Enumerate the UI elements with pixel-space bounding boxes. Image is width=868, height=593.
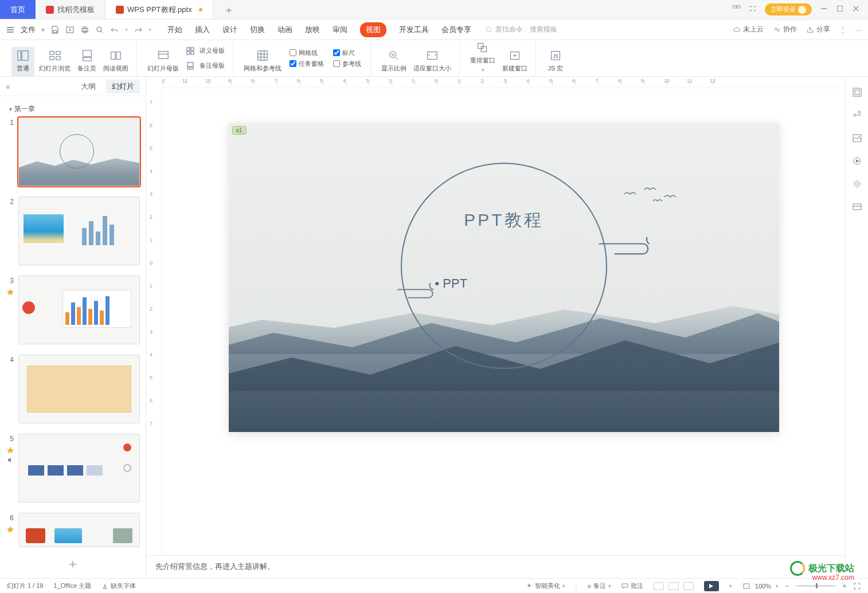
fit-icon[interactable] xyxy=(742,582,750,590)
object-pane-icon[interactable] xyxy=(852,133,862,143)
collab-button[interactable]: 协作 xyxy=(773,25,797,34)
slide-thumb-2[interactable]: 2 xyxy=(6,197,140,265)
export-icon[interactable] xyxy=(65,25,75,34)
fullscreen-icon[interactable] xyxy=(853,582,861,590)
comment-flag[interactable]: a1 xyxy=(232,126,247,135)
undo-icon[interactable] xyxy=(110,25,119,34)
panel-tab-slides[interactable]: 幻灯片 xyxy=(106,80,140,93)
beautify-button[interactable]: 智能美化▾ xyxy=(526,582,565,590)
redo-icon[interactable] xyxy=(134,25,143,34)
slide-title[interactable]: PPT教程 xyxy=(229,209,779,232)
menu-design[interactable]: 设计 xyxy=(222,25,237,35)
js-macro-icon: JS xyxy=(549,49,562,62)
font-warning-icon xyxy=(101,583,108,590)
zoom-in-button[interactable]: ＋ xyxy=(840,581,849,591)
template-pane-icon[interactable] xyxy=(852,202,862,212)
view-sorter-small-button[interactable] xyxy=(668,582,679,590)
cloud-status[interactable]: 未上云 xyxy=(733,25,764,34)
menu-insert[interactable]: 插入 xyxy=(195,25,210,35)
slide-thumb-6[interactable]: 6 xyxy=(6,513,140,547)
window-close-button[interactable] xyxy=(852,5,860,14)
print-preview-icon[interactable] xyxy=(95,25,104,34)
select-pane-icon[interactable] xyxy=(852,87,862,97)
notes-master-button[interactable]: 备注母版 xyxy=(183,60,227,72)
view-sorter-button[interactable]: 幻灯片浏览 xyxy=(37,47,73,76)
tab-home[interactable]: 首页 xyxy=(0,0,36,19)
panel-tab-outline[interactable]: 大纲 xyxy=(81,81,96,92)
view-normal-small-button[interactable] xyxy=(654,582,664,590)
slide-position[interactable]: 幻灯片 1 / 18 xyxy=(7,582,44,590)
new-window-button[interactable]: 新建窗口 xyxy=(500,47,530,76)
slide-thumb-5[interactable]: 5 xyxy=(6,434,140,502)
zoom-button[interactable]: %显示比例 xyxy=(379,47,409,76)
animation-pane-icon[interactable] xyxy=(852,156,862,166)
app-menu-icon[interactable] xyxy=(6,25,15,34)
command-search[interactable]: 查找命令、搜索模板 xyxy=(485,25,557,34)
menu-start[interactable]: 开始 xyxy=(167,25,182,35)
add-slide-button[interactable]: ＋ xyxy=(67,555,79,572)
panel-collapse-icon[interactable]: « xyxy=(6,82,10,91)
tab-document-active[interactable]: WPS PPT教程.pptx xyxy=(105,0,213,19)
view-reading-small-button[interactable] xyxy=(683,582,694,590)
collapse-ribbon-icon[interactable]: ︿ xyxy=(855,25,862,34)
print-icon[interactable] xyxy=(80,25,89,34)
file-menu[interactable]: 文件 xyxy=(21,25,36,35)
chapter-header[interactable]: 第一章 xyxy=(6,101,140,117)
canvas-area: 1211109876543210123456789101112 76543210… xyxy=(146,77,845,578)
menu-view[interactable]: 视图 xyxy=(360,22,386,37)
svg-rect-39 xyxy=(187,68,193,69)
window-maximize-button[interactable] xyxy=(836,5,844,14)
menu-review[interactable]: 审阅 xyxy=(333,25,347,35)
grid-guides-button[interactable]: 网格和参考线 xyxy=(241,47,284,76)
menu-slideshow[interactable]: 放映 xyxy=(305,25,320,35)
slide-stage[interactable]: a1 PPT教程 PPT xyxy=(162,88,845,555)
menu-member[interactable]: 会员专享 xyxy=(441,25,471,35)
svg-rect-24 xyxy=(18,51,21,61)
more-menu-icon[interactable]: ⋮ xyxy=(839,26,846,34)
handout-master-button[interactable]: 讲义母版 xyxy=(183,45,227,57)
share-button[interactable]: 分享 xyxy=(806,25,830,34)
guides-checkbox[interactable]: 参考线 xyxy=(333,60,361,68)
view-reading-button[interactable]: 阅读视图 xyxy=(101,47,131,76)
fit-window-button[interactable]: 适应窗口大小 xyxy=(411,47,453,76)
login-button[interactable]: 立即登录 xyxy=(765,3,812,15)
slideshow-play-button[interactable] xyxy=(704,581,719,591)
slide-canvas[interactable]: a1 PPT教程 PPT xyxy=(229,123,779,432)
slide-thumb-3[interactable]: 3 xyxy=(6,276,140,344)
svg-rect-31 xyxy=(83,58,91,61)
menu-animation[interactable]: 动画 xyxy=(277,25,292,35)
menu-transition[interactable]: 切换 xyxy=(250,25,265,35)
style-pane-icon[interactable] xyxy=(852,110,862,120)
zoom-out-button[interactable]: － xyxy=(783,581,791,591)
gridlines-checkbox[interactable]: 网格线 xyxy=(290,49,324,57)
tab-new[interactable]: ＋ xyxy=(213,0,244,19)
svg-rect-34 xyxy=(187,48,190,50)
notes-bar[interactable]: 先介绍背景信息，再进入主题讲解。 xyxy=(146,555,845,578)
tile-view-icon[interactable] xyxy=(733,5,741,14)
slide-thumb-4[interactable]: 4 xyxy=(6,355,140,423)
menu-devtools[interactable]: 开发工具 xyxy=(399,25,429,35)
notes-toggle-button[interactable]: ≡ 备注 ▾ xyxy=(587,582,611,590)
view-notespage-button[interactable]: 备注页 xyxy=(75,47,99,76)
grid-guides-label: 网格和参考线 xyxy=(244,64,281,73)
js-macro-button[interactable]: JSJS 宏 xyxy=(544,47,567,76)
zoom-value[interactable]: 100% xyxy=(755,583,771,590)
comments-toggle-label: 批注 xyxy=(631,582,643,590)
save-icon[interactable] xyxy=(50,25,60,34)
ruler-checkbox[interactable]: 标尺 xyxy=(333,49,361,57)
cloud-decoration xyxy=(395,283,447,299)
window-minimize-button[interactable] xyxy=(820,5,828,14)
tab-docer[interactable]: 找稻壳模板 xyxy=(36,0,105,19)
taskpane-checkbox[interactable]: 任务窗格 xyxy=(290,60,324,68)
arrange-windows-button[interactable]: 重排窗口▾ xyxy=(468,39,498,76)
missing-font-button[interactable]: 缺失字体 xyxy=(101,582,136,590)
comments-toggle-button[interactable]: 批注 xyxy=(621,582,643,590)
theme-name[interactable]: 1_Office 主题 xyxy=(54,582,92,590)
notes-text: 先介绍背景信息，再进入主题讲解。 xyxy=(155,562,275,571)
view-normal-button[interactable]: 普通 xyxy=(11,47,34,76)
zoom-slider[interactable] xyxy=(796,585,836,587)
slide-master-button[interactable]: 幻灯片母版 xyxy=(145,47,181,76)
slide-thumb-1[interactable]: 1 xyxy=(6,117,140,186)
apps-icon[interactable] xyxy=(749,5,757,14)
settings-pane-icon[interactable] xyxy=(852,179,862,189)
